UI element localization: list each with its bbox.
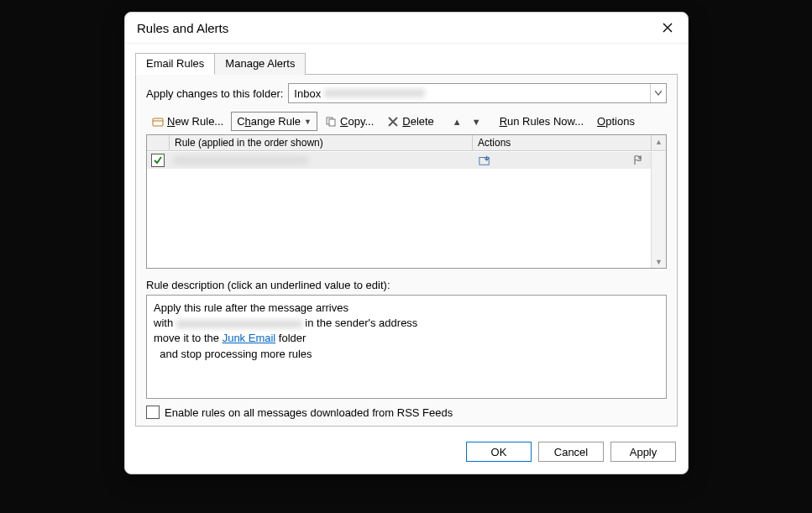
- folder-account-blurred: [324, 89, 425, 97]
- folder-combobox[interactable]: Inbox: [288, 83, 667, 103]
- close-button[interactable]: [656, 18, 679, 38]
- dropdown-arrow-icon: ▼: [304, 118, 312, 126]
- rule-row[interactable]: [147, 152, 652, 169]
- apply-changes-label: Apply changes to this folder:: [146, 87, 283, 100]
- titlebar: Rules and Alerts: [125, 13, 688, 44]
- tabs: Email Rules Manage Alerts: [135, 52, 678, 74]
- tab-email-rules[interactable]: Email Rules: [135, 53, 215, 75]
- scroll-up-icon[interactable]: ▲: [651, 135, 666, 150]
- move-to-folder-icon: [479, 154, 490, 166]
- new-rule-button[interactable]: New Rule...: [146, 112, 229, 131]
- run-rules-now-button[interactable]: Run Rules Now...: [494, 112, 589, 131]
- rules-and-alerts-dialog: Rules and Alerts Email Rules Manage Aler…: [124, 12, 689, 474]
- delete-button[interactable]: Delete: [381, 112, 440, 131]
- desc-line-4: and stop processing more rules: [154, 347, 659, 362]
- copy-button[interactable]: Copy...: [319, 112, 380, 131]
- col-checkbox: [147, 135, 170, 150]
- options-button[interactable]: Options: [591, 112, 641, 131]
- rule-name-blurred: [174, 156, 308, 165]
- rules-list-body: [147, 152, 652, 268]
- cancel-button[interactable]: Cancel: [538, 442, 604, 462]
- move-down-button[interactable]: ▼: [468, 114, 485, 129]
- new-rule-icon: [152, 116, 164, 128]
- folder-selected-text: Inbox: [294, 87, 321, 100]
- rule-description-label: Rule description (click an underlined va…: [146, 279, 667, 291]
- apply-button[interactable]: Apply: [610, 442, 676, 462]
- ok-button[interactable]: OK: [466, 442, 532, 462]
- folder-selected: Inbox: [289, 87, 650, 100]
- copy-icon: [325, 116, 337, 128]
- rules-toolbar: New Rule... Change Rule ▼ Copy... Delete…: [146, 112, 667, 131]
- rules-list-header: Rule (applied in the order shown) Action…: [147, 135, 666, 151]
- rule-description: Apply this rule after the message arrive…: [146, 295, 667, 399]
- delete-icon: [387, 116, 399, 128]
- dialog-footer: OK Cancel Apply: [125, 435, 688, 474]
- rss-row: Enable rules on all messages downloaded …: [146, 406, 667, 419]
- stop-processing-icon: [631, 154, 643, 166]
- desc-line-1: Apply this rule after the message arrive…: [154, 301, 659, 316]
- rule-checkbox[interactable]: [151, 154, 165, 167]
- tab-manage-alerts[interactable]: Manage Alerts: [214, 53, 306, 75]
- rules-list: Rule (applied in the order shown) Action…: [146, 134, 667, 269]
- desc-line-3: move it to the Junk Email folder: [154, 331, 659, 346]
- chevron-down-icon: [650, 84, 666, 102]
- scrollbar[interactable]: ▼: [651, 152, 666, 268]
- apply-changes-row: Apply changes to this folder: Inbox: [146, 83, 667, 103]
- desc-line-2: with in the sender's address: [154, 316, 659, 331]
- dialog-title: Rules and Alerts: [137, 21, 228, 35]
- move-up-button[interactable]: ▲: [448, 114, 466, 129]
- col-actions: Actions: [473, 135, 651, 150]
- svg-rect-3: [479, 158, 489, 165]
- panel-email-rules: Apply changes to this folder: Inbox New …: [135, 74, 678, 427]
- svg-rect-2: [329, 119, 335, 126]
- rss-label: Enable rules on all messages downloaded …: [165, 406, 453, 419]
- col-rule: Rule (applied in the order shown): [170, 135, 473, 150]
- svg-rect-0: [153, 118, 163, 126]
- scroll-down-icon: ▼: [655, 258, 663, 266]
- rss-checkbox[interactable]: [146, 406, 160, 419]
- junk-email-link[interactable]: Junk Email: [223, 332, 276, 344]
- change-rule-button[interactable]: Change Rule ▼: [231, 112, 317, 131]
- sender-address-blurred-link[interactable]: [176, 320, 302, 328]
- close-icon: [663, 21, 673, 35]
